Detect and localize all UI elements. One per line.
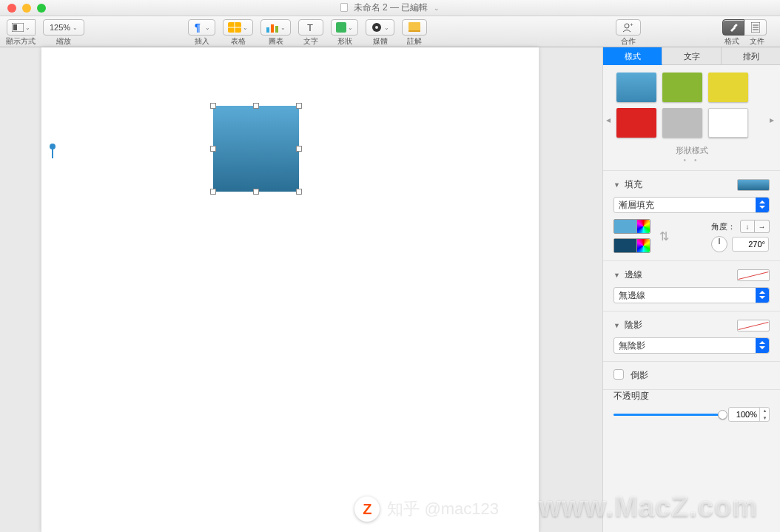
- comment-button[interactable]: [402, 19, 427, 36]
- reflection-checkbox[interactable]: 倒影: [613, 370, 648, 380]
- svg-rect-14: [409, 30, 420, 32]
- border-title: 邊線: [625, 269, 733, 281]
- shadow-section: ▼ 陰影 無陰影: [603, 311, 780, 361]
- gradient-color-1[interactable]: [613, 219, 650, 234]
- svg-rect-1: [13, 24, 17, 30]
- reflection-section: 倒影: [603, 361, 780, 389]
- select-arrow-icon: [756, 288, 769, 303]
- shadow-mode-value: 無陰影: [619, 340, 645, 352]
- style-swatch[interactable]: [616, 73, 656, 102]
- table-label: 表格: [231, 36, 246, 47]
- insert-button[interactable]: ¶ ⌄: [188, 19, 215, 36]
- slider-thumb[interactable]: [718, 410, 727, 420]
- view-button[interactable]: ⌄: [7, 19, 36, 36]
- document-icon: [751, 22, 760, 33]
- resize-handle[interactable]: [210, 103, 216, 109]
- insert-label: 插入: [195, 36, 209, 47]
- chart-icon: [266, 22, 279, 33]
- table-button[interactable]: ⌄: [223, 19, 253, 36]
- reflection-label: 倒影: [631, 370, 648, 380]
- style-swatch[interactable]: [662, 108, 702, 138]
- svg-point-12: [375, 26, 378, 29]
- fill-mode-select[interactable]: 漸層填充: [613, 197, 770, 213]
- resize-handle[interactable]: [210, 189, 216, 195]
- person-plus-icon: +: [622, 22, 634, 33]
- gradient-color-2[interactable]: [613, 238, 650, 253]
- swap-colors-icon[interactable]: ⇅: [656, 225, 671, 247]
- svg-rect-8: [275, 26, 278, 33]
- style-swatch[interactable]: [662, 73, 702, 102]
- shape-icon: [336, 22, 346, 33]
- media-label: 媒體: [373, 36, 388, 47]
- rectangle-shape[interactable]: [213, 106, 299, 192]
- disclosure-triangle-icon[interactable]: ▼: [613, 322, 620, 329]
- shadow-mode-select[interactable]: 無陰影: [613, 337, 770, 354]
- style-swatch[interactable]: [616, 108, 656, 138]
- angle-input[interactable]: [732, 237, 769, 252]
- angle-preset-button[interactable]: →: [755, 220, 770, 233]
- style-swatch[interactable]: [708, 73, 748, 102]
- document-icon: [340, 3, 348, 12]
- canvas-area[interactable]: [0, 47, 602, 532]
- opacity-slider[interactable]: [613, 414, 722, 416]
- svg-text:+: +: [630, 22, 633, 28]
- fill-preview[interactable]: [737, 179, 770, 191]
- svg-rect-6: [266, 27, 269, 33]
- svg-text:¶: ¶: [195, 22, 201, 33]
- resize-handle[interactable]: [296, 146, 302, 152]
- tab-arrange[interactable]: 排列: [722, 47, 780, 65]
- angle-preset-button[interactable]: ↓: [740, 220, 755, 233]
- svg-point-15: [625, 24, 629, 28]
- zoom-select[interactable]: 125% ⌄: [43, 19, 84, 36]
- border-preview[interactable]: [737, 269, 770, 281]
- document-button[interactable]: [744, 19, 767, 36]
- minimize-icon[interactable]: [22, 4, 31, 13]
- shadow-preview[interactable]: [737, 320, 770, 331]
- shadow-title: 陰影: [625, 319, 733, 331]
- fill-mode-value: 漸層填充: [619, 199, 654, 212]
- document-label: 文件: [750, 36, 764, 47]
- svg-rect-7: [271, 24, 274, 33]
- text-label: 文字: [303, 36, 318, 47]
- document-name: 未命名 2: [354, 2, 388, 13]
- stepper[interactable]: ▲▼: [759, 407, 770, 422]
- shape-button[interactable]: ⌄: [331, 19, 358, 36]
- color-wheel-icon[interactable]: [636, 220, 650, 233]
- resize-handle[interactable]: [296, 103, 302, 109]
- zoom-icon[interactable]: [37, 4, 46, 13]
- color-wheel-icon[interactable]: [636, 239, 650, 252]
- format-button[interactable]: [722, 19, 744, 36]
- opacity-label: 不透明度: [613, 390, 770, 403]
- disclosure-triangle-icon[interactable]: ▼: [613, 181, 620, 189]
- close-icon[interactable]: [7, 4, 16, 13]
- resize-handle[interactable]: [253, 189, 259, 195]
- border-mode-select[interactable]: 無邊線: [613, 287, 770, 303]
- style-swatch[interactable]: [708, 108, 748, 138]
- document-state: 已編輯: [401, 2, 428, 13]
- resize-handle[interactable]: [253, 103, 259, 109]
- page-indicator: • •: [603, 156, 780, 164]
- collaborate-button[interactable]: +: [616, 19, 641, 36]
- paragraph-icon: ¶: [193, 22, 204, 33]
- disclosure-triangle-icon[interactable]: ▼: [613, 272, 620, 279]
- resize-handle[interactable]: [296, 189, 302, 195]
- zoom-value: 125%: [50, 23, 70, 32]
- selected-shape[interactable]: [210, 103, 302, 195]
- tab-text[interactable]: 文字: [662, 47, 722, 65]
- fill-section: ▼ 填充 漸層填充 ⇅ 角度： ↓ →: [603, 170, 780, 260]
- zoom-label: 縮放: [56, 36, 71, 47]
- collab-label: 合作: [621, 36, 636, 47]
- chevron-down-icon[interactable]: ⌄: [434, 4, 440, 12]
- border-section: ▼ 邊線 無邊線: [603, 260, 780, 311]
- chart-label: 圖表: [269, 36, 283, 47]
- svg-rect-10: [336, 22, 346, 33]
- table-icon: [228, 22, 241, 33]
- media-icon: [371, 22, 383, 33]
- tab-style[interactable]: 樣式: [603, 47, 662, 65]
- resize-handle[interactable]: [210, 146, 216, 152]
- media-button[interactable]: ⌄: [366, 19, 394, 36]
- fill-title: 填充: [625, 178, 733, 191]
- angle-dial[interactable]: [711, 236, 727, 252]
- chart-button[interactable]: ⌄: [260, 19, 291, 36]
- text-button[interactable]: T: [298, 19, 323, 36]
